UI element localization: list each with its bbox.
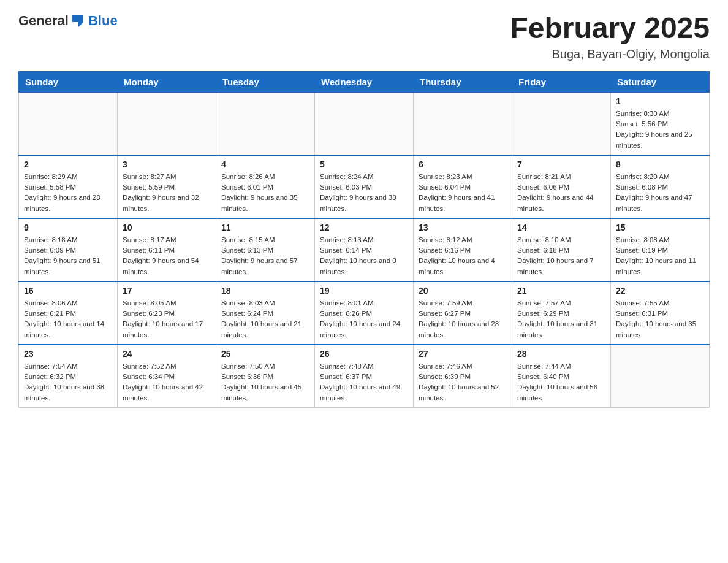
calendar-cell: 22Sunrise: 7:55 AMSunset: 6:31 PMDayligh… [611,282,710,345]
calendar-cell [512,92,611,155]
day-number: 1 [616,96,704,106]
day-number: 12 [320,223,408,232]
day-number: 19 [320,286,408,296]
calendar-cell [315,92,414,155]
calendar-cell: 26Sunrise: 7:48 AMSunset: 6:37 PMDayligh… [315,345,414,408]
day-info: Sunrise: 8:05 AMSunset: 6:23 PMDaylight:… [123,298,211,340]
calendar-cell [216,92,315,155]
weekday-header-friday: Friday [512,71,611,92]
calendar-cell: 25Sunrise: 7:50 AMSunset: 6:36 PMDayligh… [216,345,315,408]
calendar-cell: 23Sunrise: 7:54 AMSunset: 6:32 PMDayligh… [19,345,118,408]
day-info: Sunrise: 8:18 AMSunset: 6:09 PMDaylight:… [24,235,112,277]
day-number: 6 [419,159,507,169]
day-number: 5 [320,159,408,169]
day-info: Sunrise: 8:06 AMSunset: 6:21 PMDaylight:… [24,298,112,340]
day-number: 13 [419,223,507,232]
day-number: 18 [221,286,309,296]
page-subtitle: Buga, Bayan-Olgiy, Mongolia [510,47,710,61]
page-header: General Blue February 2025 Buga, Bayan-O… [18,12,710,61]
day-number: 7 [517,159,605,169]
day-info: Sunrise: 8:29 AMSunset: 5:58 PMDaylight:… [24,172,112,214]
day-info: Sunrise: 8:12 AMSunset: 6:16 PMDaylight:… [419,235,507,277]
calendar-week-row: 16Sunrise: 8:06 AMSunset: 6:21 PMDayligh… [19,282,710,345]
day-number: 28 [517,349,605,359]
weekday-header-monday: Monday [118,71,216,92]
day-info: Sunrise: 8:03 AMSunset: 6:24 PMDaylight:… [221,298,309,340]
calendar-cell: 15Sunrise: 8:08 AMSunset: 6:19 PMDayligh… [611,218,710,282]
logo-text-general: General [18,13,69,29]
svg-marker-0 [72,15,83,26]
day-number: 9 [24,223,112,232]
day-info: Sunrise: 8:08 AMSunset: 6:19 PMDaylight:… [616,235,704,277]
calendar-cell: 14Sunrise: 8:10 AMSunset: 6:18 PMDayligh… [512,218,611,282]
day-info: Sunrise: 8:01 AMSunset: 6:26 PMDaylight:… [320,298,408,340]
calendar-cell: 5Sunrise: 8:24 AMSunset: 6:03 PMDaylight… [315,155,414,218]
day-info: Sunrise: 8:10 AMSunset: 6:18 PMDaylight:… [517,235,605,277]
calendar-cell: 28Sunrise: 7:44 AMSunset: 6:40 PMDayligh… [512,345,611,408]
day-info: Sunrise: 8:26 AMSunset: 6:01 PMDaylight:… [221,172,309,214]
calendar-table: SundayMondayTuesdayWednesdayThursdayFrid… [18,71,710,408]
calendar-cell: 21Sunrise: 7:57 AMSunset: 6:29 PMDayligh… [512,282,611,345]
title-block: February 2025 Buga, Bayan-Olgiy, Mongoli… [510,12,710,61]
logo-icon [70,12,87,29]
weekday-header-sunday: Sunday [19,71,118,92]
day-info: Sunrise: 7:46 AMSunset: 6:39 PMDaylight:… [419,361,507,404]
day-number: 2 [24,159,112,169]
day-info: Sunrise: 7:54 AMSunset: 6:32 PMDaylight:… [24,361,112,404]
calendar-cell [19,92,118,155]
logo: General Blue [18,12,118,29]
calendar-header-row: SundayMondayTuesdayWednesdayThursdayFrid… [19,71,710,92]
calendar-week-row: 1Sunrise: 8:30 AMSunset: 5:56 PMDaylight… [19,92,710,155]
day-info: Sunrise: 7:44 AMSunset: 6:40 PMDaylight:… [517,361,605,404]
calendar-cell: 3Sunrise: 8:27 AMSunset: 5:59 PMDaylight… [118,155,216,218]
calendar-week-row: 23Sunrise: 7:54 AMSunset: 6:32 PMDayligh… [19,345,710,408]
day-number: 26 [320,349,408,359]
day-number: 20 [419,286,507,296]
day-info: Sunrise: 7:50 AMSunset: 6:36 PMDaylight:… [221,361,309,404]
day-number: 10 [123,223,211,232]
calendar-cell: 1Sunrise: 8:30 AMSunset: 5:56 PMDaylight… [611,92,710,155]
day-number: 22 [616,286,704,296]
day-number: 3 [123,159,211,169]
weekday-header-tuesday: Tuesday [216,71,315,92]
calendar-cell: 13Sunrise: 8:12 AMSunset: 6:16 PMDayligh… [414,218,512,282]
weekday-header-thursday: Thursday [414,71,512,92]
calendar-body: 1Sunrise: 8:30 AMSunset: 5:56 PMDaylight… [19,92,710,407]
calendar-cell: 16Sunrise: 8:06 AMSunset: 6:21 PMDayligh… [19,282,118,345]
calendar-cell: 9Sunrise: 8:18 AMSunset: 6:09 PMDaylight… [19,218,118,282]
day-info: Sunrise: 7:55 AMSunset: 6:31 PMDaylight:… [616,298,704,340]
weekday-header-saturday: Saturday [611,71,710,92]
day-info: Sunrise: 7:52 AMSunset: 6:34 PMDaylight:… [123,361,211,404]
calendar-cell: 8Sunrise: 8:20 AMSunset: 6:08 PMDaylight… [611,155,710,218]
calendar-cell: 17Sunrise: 8:05 AMSunset: 6:23 PMDayligh… [118,282,216,345]
day-info: Sunrise: 7:57 AMSunset: 6:29 PMDaylight:… [517,298,605,340]
day-info: Sunrise: 8:13 AMSunset: 6:14 PMDaylight:… [320,235,408,277]
day-number: 17 [123,286,211,296]
day-info: Sunrise: 8:15 AMSunset: 6:13 PMDaylight:… [221,235,309,277]
calendar-cell: 11Sunrise: 8:15 AMSunset: 6:13 PMDayligh… [216,218,315,282]
day-number: 24 [123,349,211,359]
day-info: Sunrise: 8:21 AMSunset: 6:06 PMDaylight:… [517,172,605,214]
calendar-cell [118,92,216,155]
calendar-cell: 7Sunrise: 8:21 AMSunset: 6:06 PMDaylight… [512,155,611,218]
day-info: Sunrise: 7:59 AMSunset: 6:27 PMDaylight:… [419,298,507,340]
day-number: 25 [221,349,309,359]
calendar-cell: 2Sunrise: 8:29 AMSunset: 5:58 PMDaylight… [19,155,118,218]
calendar-cell [611,345,710,408]
day-number: 11 [221,223,309,232]
weekday-header-wednesday: Wednesday [315,71,414,92]
calendar-cell: 12Sunrise: 8:13 AMSunset: 6:14 PMDayligh… [315,218,414,282]
calendar-cell: 27Sunrise: 7:46 AMSunset: 6:39 PMDayligh… [414,345,512,408]
day-number: 14 [517,223,605,232]
day-number: 21 [517,286,605,296]
page-title: February 2025 [510,12,710,45]
day-info: Sunrise: 8:23 AMSunset: 6:04 PMDaylight:… [419,172,507,214]
calendar-week-row: 2Sunrise: 8:29 AMSunset: 5:58 PMDaylight… [19,155,710,218]
calendar-cell: 19Sunrise: 8:01 AMSunset: 6:26 PMDayligh… [315,282,414,345]
day-number: 8 [616,159,704,169]
calendar-cell: 24Sunrise: 7:52 AMSunset: 6:34 PMDayligh… [118,345,216,408]
day-number: 23 [24,349,112,359]
day-number: 15 [616,223,704,232]
calendar-cell [414,92,512,155]
calendar-cell: 18Sunrise: 8:03 AMSunset: 6:24 PMDayligh… [216,282,315,345]
